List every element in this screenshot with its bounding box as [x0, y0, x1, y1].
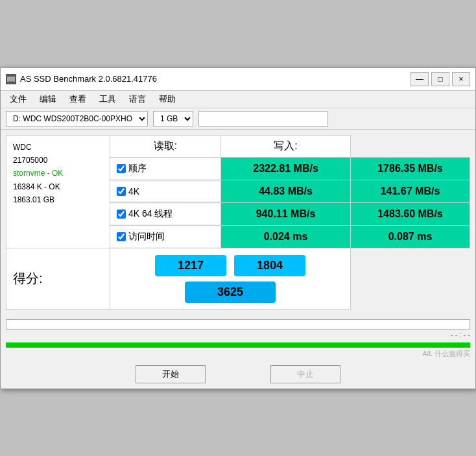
drive-capacity: 1863.01 GB — [13, 193, 103, 206]
score-row-top: 1217 1804 — [155, 255, 305, 276]
title-bar: AS SSD Benchmark 2.0.6821.41776 — □ × — [1, 68, 475, 91]
4k64-write-value: 1483.60 MB/s — [350, 202, 470, 225]
window-controls: — □ × — [411, 72, 470, 86]
drive-selector[interactable]: D: WDC WDS200T2B0C-00PXHO — [6, 111, 148, 126]
app-window: AS SSD Benchmark 2.0.6821.41776 — □ × 文件… — [0, 67, 476, 389]
4k-label: 4K — [128, 186, 139, 197]
access-label: 访问时间 — [128, 231, 165, 243]
progress-area: - - : - - — [1, 315, 475, 341]
drive-driver: stornvme - OK — [13, 167, 103, 180]
menu-file[interactable]: 文件 — [3, 92, 33, 106]
access-checkbox[interactable] — [117, 232, 126, 241]
seq-label-cell: 顺序 — [110, 157, 221, 180]
access-write-value: 0.087 ms — [350, 225, 470, 248]
score-label: 得分: — [6, 248, 110, 309]
write-header: 写入: — [221, 135, 351, 157]
watermark-text: AiL — [422, 350, 433, 357]
extra-input[interactable] — [198, 111, 328, 126]
access-checkbox-label: 访问时间 — [110, 226, 220, 247]
4k64-label-cell: 4K 64 线程 — [110, 202, 221, 225]
seq-write-value: 1786.35 MB/s — [350, 157, 470, 180]
benchmark-table: WDC 21705000 stornvme - OK 16384 K - OK … — [6, 135, 470, 310]
menu-edit[interactable]: 编辑 — [33, 92, 63, 106]
minimize-button[interactable]: — — [411, 72, 429, 86]
drive-model: WDC — [13, 141, 103, 154]
bottom-buttons: 开始 中止 — [1, 360, 475, 389]
4k64-checkbox[interactable] — [117, 210, 126, 219]
4k64-label: 4K 64 线程 — [128, 208, 173, 220]
watermark: AiL 什么值得买 — [1, 349, 475, 360]
menu-tools[interactable]: 工具 — [93, 92, 123, 106]
4k-label-cell: 4K — [110, 180, 221, 202]
window-title: AS SSD Benchmark 2.0.6821.41776 — [20, 74, 157, 84]
drive-block: 16384 K - OK — [13, 180, 103, 193]
green-status-bar — [6, 342, 470, 348]
read-header: 读取: — [110, 135, 221, 157]
total-score: 3625 — [185, 282, 276, 303]
close-button[interactable]: × — [452, 72, 470, 86]
drive-info-panel: WDC 21705000 stornvme - OK 16384 K - OK … — [6, 135, 110, 248]
svg-rect-2 — [8, 81, 14, 82]
write-score: 1804 — [234, 255, 305, 276]
progress-dots: - - : - - — [6, 330, 470, 340]
4k-write-value: 141.67 MB/s — [350, 180, 470, 202]
4k-checkbox-label: 4K — [110, 182, 220, 201]
4k64-checkbox-label: 4K 64 线程 — [110, 204, 220, 224]
menu-help[interactable]: 帮助 — [152, 92, 182, 106]
progress-bar-background — [6, 319, 470, 330]
menu-bar: 文件 编辑 查看 工具 语言 帮助 — [1, 91, 475, 108]
seq-checkbox-label: 顺序 — [110, 158, 220, 179]
access-read-value: 0.024 ms — [221, 225, 351, 248]
seq-label: 顺序 — [128, 163, 147, 174]
maximize-button[interactable]: □ — [431, 72, 449, 86]
toolbar: D: WDC WDS200T2B0C-00PXHO 1 GB — [1, 108, 475, 130]
4k-read-value: 44.83 MB/s — [221, 180, 351, 202]
stop-button[interactable]: 中止 — [270, 365, 340, 383]
menu-language[interactable]: 语言 — [123, 92, 152, 106]
score-row: 得分: 1217 1804 3625 — [6, 248, 470, 309]
read-score: 1217 — [155, 255, 226, 276]
drive-id: 21705000 — [13, 154, 103, 167]
svg-rect-1 — [7, 77, 15, 82]
header-row: WDC 21705000 stornvme - OK 16384 K - OK … — [6, 135, 470, 157]
access-label-cell: 访问时间 — [110, 225, 221, 248]
start-button[interactable]: 开始 — [136, 365, 206, 383]
title-bar-left: AS SSD Benchmark 2.0.6821.41776 — [6, 74, 157, 84]
seq-checkbox[interactable] — [117, 164, 126, 173]
watermark-extra: 什么值得买 — [434, 350, 470, 357]
seq-read-value: 2322.81 MB/s — [221, 157, 351, 180]
app-icon — [6, 74, 16, 84]
score-values-cell: 1217 1804 3625 — [110, 248, 351, 309]
menu-view[interactable]: 查看 — [63, 92, 93, 106]
4k-checkbox[interactable] — [117, 187, 126, 196]
size-selector[interactable]: 1 GB — [153, 111, 193, 126]
4k64-read-value: 940.11 MB/s — [221, 202, 351, 225]
main-content: WDC 21705000 stornvme - OK 16384 K - OK … — [1, 130, 475, 315]
